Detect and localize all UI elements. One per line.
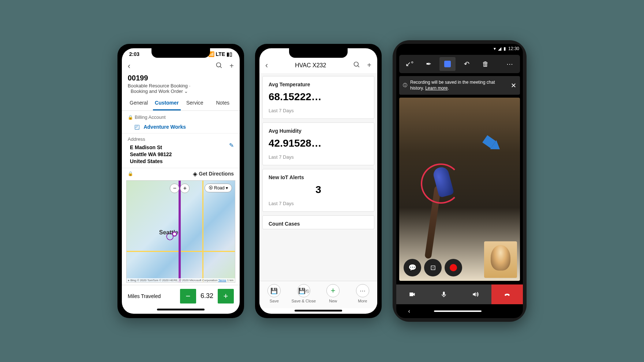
home-indicator[interactable] <box>295 310 342 312</box>
search-icon[interactable] <box>353 61 360 70</box>
save-close-button[interactable]: 💾⎋ Save & Close <box>289 281 319 308</box>
card-value: 42.91528… <box>269 137 368 149</box>
status-bar: ▾ ◢ ▮ 12:30 <box>396 44 523 53</box>
card-iot-alerts[interactable]: New IoT Alerts 3 Last 7 Days <box>262 169 374 212</box>
entity-label: Bookable Resource Booking · <box>128 83 234 88</box>
miles-increment-button[interactable]: + <box>218 289 234 303</box>
close-icon[interactable]: ✕ <box>511 82 516 90</box>
card-subtitle: Last 7 Days <box>269 108 368 113</box>
map[interactable]: − + ⦿ Road ▾ Seattle ▸ Bing © 2020 TomTo… <box>126 180 235 283</box>
get-directions-button[interactable]: Get Directions <box>199 171 234 177</box>
mic-button[interactable] <box>428 284 460 304</box>
svg-line-3 <box>358 65 359 67</box>
billing-account-link[interactable]: Adventure Works <box>143 124 186 130</box>
arrow-annotation <box>490 140 503 154</box>
battery-icon: ▮ <box>503 46 506 51</box>
status-time: 12:30 <box>508 46 519 51</box>
pointer-tool[interactable]: ↙° <box>401 57 418 71</box>
tab-general[interactable]: General <box>125 96 153 110</box>
add-button[interactable]: + <box>367 61 371 70</box>
home-indicator[interactable] <box>157 309 205 310</box>
card-value: 68.15222… <box>269 91 368 103</box>
card-title: New IoT Alerts <box>269 174 368 180</box>
recording-banner: ⓘ Recording will be saved in the meeting… <box>399 76 520 95</box>
info-icon: ⓘ <box>403 82 407 88</box>
android-back-button[interactable]: ‹ <box>408 308 410 314</box>
lock-icon: 🔒 <box>128 171 133 176</box>
wifi-icon: ▾ <box>494 46 496 51</box>
address-label: Address <box>128 136 234 142</box>
save-close-icon: 💾⎋ <box>297 284 310 297</box>
card-count-cases[interactable]: Count Cases <box>262 215 374 229</box>
circle-annotation <box>421 163 461 204</box>
card-title: Count Cases <box>269 221 368 227</box>
card-title: Avg Temperature <box>269 82 368 87</box>
miles-decrement-button[interactable]: − <box>180 289 196 303</box>
tab-notes[interactable]: Notes <box>209 96 237 110</box>
record-button[interactable] <box>445 259 462 276</box>
more-button[interactable]: ⋯ More <box>348 281 378 308</box>
map-type-select[interactable]: ⦿ Road ▾ <box>205 184 232 192</box>
network-label: LTE <box>216 51 225 57</box>
scan-button[interactable]: ⊡ <box>424 259 442 276</box>
back-button[interactable]: ‹ <box>128 61 130 71</box>
miles-label: Miles Traveled <box>128 293 161 299</box>
record-id: 00199 <box>128 74 234 82</box>
chat-button[interactable]: 💬 <box>404 259 421 276</box>
camera-button[interactable] <box>396 284 428 304</box>
svg-point-0 <box>217 63 221 67</box>
card-value: 3 <box>269 184 368 196</box>
add-button[interactable]: + <box>229 62 234 71</box>
remote-video: 💬 ⊡ <box>399 98 520 281</box>
zoom-out-button[interactable]: − <box>170 184 179 193</box>
undo-button[interactable]: ↶ <box>458 57 475 71</box>
svg-line-1 <box>220 66 222 68</box>
card-avg-humidity[interactable]: Avg Humidity 42.91528… Last 7 Days <box>262 122 374 165</box>
account-icon: ◰ <box>134 124 140 130</box>
android-nav-bar: ‹ <box>396 304 523 318</box>
tab-service[interactable]: Service <box>181 96 209 110</box>
self-view-pip[interactable] <box>484 241 517 278</box>
map-bing-logo: Bing <box>130 279 136 282</box>
shape-tool[interactable] <box>439 57 456 71</box>
tab-customer[interactable]: Customer <box>153 96 181 110</box>
delete-button[interactable]: 🗑 <box>478 57 494 71</box>
new-button[interactable]: + New <box>318 281 348 308</box>
map-copyright: © 2020 TomTom © 2020 HERE, © 2020 Micros… <box>137 279 217 282</box>
android-home-button[interactable] <box>434 310 482 312</box>
zoom-in-button[interactable]: + <box>180 184 190 193</box>
card-subtitle: Last 7 Days <box>269 201 368 206</box>
chevron-down-icon: ⌄ <box>184 88 188 94</box>
status-time: 2:03 <box>129 51 139 57</box>
svg-rect-4 <box>443 292 445 295</box>
lock-icon: 🔒 <box>128 115 133 120</box>
address-value: E Madison St Seattle WA 98122 United Sta… <box>128 144 234 165</box>
svg-point-2 <box>354 62 359 66</box>
end-call-button[interactable] <box>491 284 523 304</box>
map-pin-icon <box>172 231 177 237</box>
annotation-toolbar: ↙° ✒ ↶ 🗑 ⋯ <box>399 55 520 73</box>
battery-icon: ▮▯ <box>226 51 232 57</box>
card-avg-temperature[interactable]: Avg Temperature 68.15222… Last 7 Days <box>262 76 374 119</box>
card-title: Avg Humidity <box>269 128 368 134</box>
back-button[interactable]: ‹ <box>265 61 268 70</box>
speaker-button[interactable] <box>460 284 491 304</box>
learn-more-link[interactable]: Learn more <box>425 86 448 91</box>
miles-value: 6.32 <box>201 292 213 300</box>
billing-label: Billing Account <box>135 114 166 120</box>
banner-text: Recording will be saved in the meeting c… <box>410 80 508 91</box>
search-icon[interactable] <box>216 62 223 71</box>
more-tools-button[interactable]: ⋯ <box>502 57 518 71</box>
card-subtitle: Last 7 Days <box>269 154 368 160</box>
tab-bar: General Customer Service Notes <box>122 96 240 111</box>
form-picker[interactable]: Booking and Work Order ⌄ <box>131 88 234 94</box>
more-icon: ⋯ <box>356 284 369 297</box>
map-terms-link[interactable]: Terms <box>218 279 226 282</box>
pen-tool[interactable]: ✒ <box>420 57 437 71</box>
edit-icon[interactable]: ✎ <box>229 142 234 149</box>
save-button[interactable]: 💾 Save <box>259 281 289 308</box>
directions-icon: ◈ <box>193 170 197 177</box>
map-scale: 1 km <box>227 279 233 282</box>
save-icon: 💾 <box>267 284 281 297</box>
plus-icon: + <box>326 284 340 297</box>
